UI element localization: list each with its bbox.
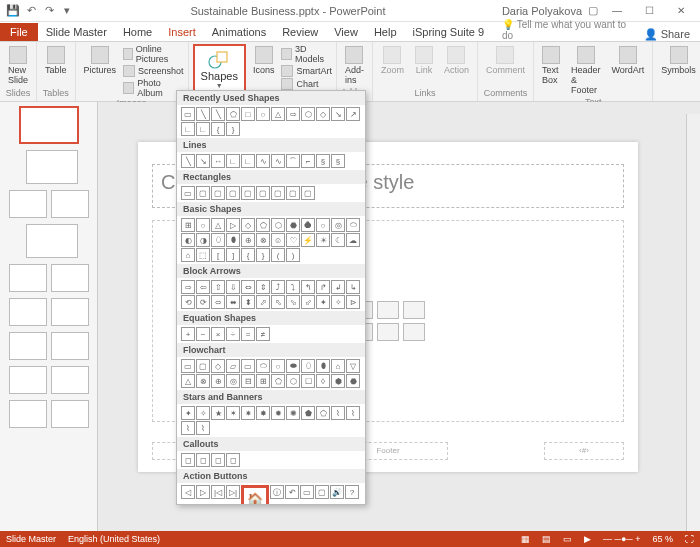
shape-item[interactable]: ▽ (346, 359, 360, 373)
shape-item[interactable]: ↳ (346, 280, 360, 294)
shape-item[interactable]: ◻ (181, 453, 195, 467)
slide-number-placeholder[interactable]: ‹#› (544, 442, 624, 460)
smartart-button[interactable]: SmartArt (281, 65, 332, 77)
action-sound-button[interactable]: 🔊 (330, 485, 344, 499)
shape-item[interactable]: ✧ (196, 406, 210, 420)
shape-item[interactable]: ▭ (181, 186, 195, 200)
3d-models-button[interactable]: 3D Models (281, 44, 332, 64)
shape-item[interactable]: ◎ (331, 218, 345, 232)
shape-item[interactable]: ↲ (331, 280, 345, 294)
shape-item[interactable]: ⌇ (346, 406, 360, 420)
shape-item[interactable]: ⬠ (316, 406, 330, 420)
shape-item[interactable]: } (256, 248, 270, 262)
shape-item[interactable]: × (211, 327, 225, 341)
shape-item[interactable]: ⤴ (271, 280, 285, 294)
shape-item[interactable]: ⊗ (196, 374, 210, 388)
shape-item[interactable]: ↰ (301, 280, 315, 294)
shape-item[interactable]: ∟ (181, 122, 195, 136)
shape-item[interactable]: ▢ (301, 186, 315, 200)
maximize-button[interactable]: ☐ (636, 5, 662, 16)
shape-item[interactable]: □ (241, 107, 255, 121)
online-pictures-button[interactable]: Online Pictures (123, 44, 184, 64)
shape-item[interactable]: △ (271, 107, 285, 121)
action-end-button[interactable]: ▷| (226, 485, 240, 499)
shape-item[interactable]: ↱ (316, 280, 330, 294)
shape-item[interactable]: ◑ (196, 233, 210, 247)
text-box-button[interactable]: Text Box (538, 44, 564, 87)
shape-item[interactable]: ◐ (181, 233, 195, 247)
shape-item[interactable]: ⌇ (196, 421, 210, 435)
view-reading-button[interactable]: ▭ (563, 534, 572, 544)
shape-item[interactable]: ⬁ (271, 295, 285, 309)
minimize-button[interactable]: — (604, 5, 630, 16)
shape-item[interactable]: ⬯ (211, 233, 225, 247)
shape-item[interactable]: ⇩ (226, 280, 240, 294)
view-normal-button[interactable]: ▦ (521, 534, 530, 544)
new-slide-button[interactable]: New Slide (4, 44, 32, 87)
shape-item[interactable]: ☺ (271, 233, 285, 247)
shape-item[interactable]: ⌂ (181, 248, 195, 262)
action-document-button[interactable]: ▢ (315, 485, 329, 499)
shape-item[interactable]: ◇ (241, 218, 255, 232)
zoom-slider[interactable]: — ─●─ + (603, 534, 640, 544)
fit-to-window-button[interactable]: ⛶ (685, 534, 694, 544)
shape-item[interactable]: ⬮ (316, 359, 330, 373)
zoom-button[interactable]: Zoom (377, 44, 408, 77)
shape-item[interactable]: ♡ (286, 233, 300, 247)
shape-item[interactable]: ╲ (196, 107, 210, 121)
shape-item[interactable]: ⇕ (256, 280, 270, 294)
shape-item[interactable]: ∿ (271, 154, 285, 168)
action-back-button[interactable]: ◁ (181, 485, 195, 499)
shape-item[interactable]: ⟲ (181, 295, 195, 309)
insert-chart-icon[interactable] (377, 301, 399, 319)
shape-item[interactable]: − (196, 327, 210, 341)
shape-item[interactable]: ▱ (226, 359, 240, 373)
shape-item[interactable]: ⬣ (286, 218, 300, 232)
shape-item[interactable]: △ (181, 374, 195, 388)
shape-item[interactable]: ( (271, 248, 285, 262)
shape-item[interactable]: ) (286, 248, 300, 262)
shape-item[interactable]: ▢ (286, 186, 300, 200)
insert-smartart-icon[interactable] (403, 301, 425, 319)
thumb-layout[interactable] (26, 150, 78, 184)
shape-item[interactable]: ⤵ (286, 280, 300, 294)
shape-item[interactable]: ⌐ (301, 154, 315, 168)
shape-item[interactable]: ⬢ (331, 374, 345, 388)
shape-item[interactable]: ⬍ (241, 295, 255, 309)
qat-dropdown-icon[interactable]: ▾ (60, 4, 74, 18)
thumb-layout[interactable] (26, 224, 78, 258)
shape-item[interactable]: ⬬ (286, 359, 300, 373)
tab-view[interactable]: View (326, 23, 366, 41)
shape-item[interactable]: ⌂ (331, 359, 345, 373)
shape-item[interactable]: { (241, 248, 255, 262)
shape-item[interactable]: § (331, 154, 345, 168)
action-help-button[interactable]: ? (345, 485, 359, 499)
action-home-button[interactable]: 🏠 (241, 485, 269, 505)
shape-item[interactable]: § (316, 154, 330, 168)
shape-item[interactable]: ⇨ (181, 280, 195, 294)
view-slideshow-button[interactable]: ▶ (584, 534, 591, 544)
icons-button[interactable]: Icons (249, 44, 279, 77)
shape-item[interactable]: ⇨ (286, 107, 300, 121)
shape-item[interactable]: ▢ (196, 359, 210, 373)
shape-item[interactable]: } (226, 122, 240, 136)
comment-button[interactable]: Comment (482, 44, 529, 77)
slide-thumbnails-panel[interactable] (0, 102, 98, 531)
shape-item[interactable]: ▭ (241, 359, 255, 373)
shape-item[interactable]: ⊞ (181, 218, 195, 232)
shape-item[interactable]: ⇔ (241, 280, 255, 294)
shape-item[interactable]: ✷ (241, 406, 255, 420)
shape-item[interactable]: ⬠ (256, 218, 270, 232)
shape-item[interactable]: ▢ (226, 186, 240, 200)
shape-item[interactable]: [ (211, 248, 225, 262)
shape-item[interactable]: ⊕ (211, 374, 225, 388)
shape-item[interactable]: ⬚ (196, 248, 210, 262)
shape-item[interactable]: ▢ (256, 186, 270, 200)
shape-item[interactable]: ⬭ (256, 359, 270, 373)
chart-button[interactable]: Chart (281, 78, 332, 90)
shape-item[interactable]: ☁ (346, 233, 360, 247)
tab-animations[interactable]: Animations (204, 23, 274, 41)
view-sorter-button[interactable]: ▤ (542, 534, 551, 544)
shape-item[interactable]: ╲ (211, 107, 225, 121)
shape-item[interactable]: ▭ (181, 107, 195, 121)
